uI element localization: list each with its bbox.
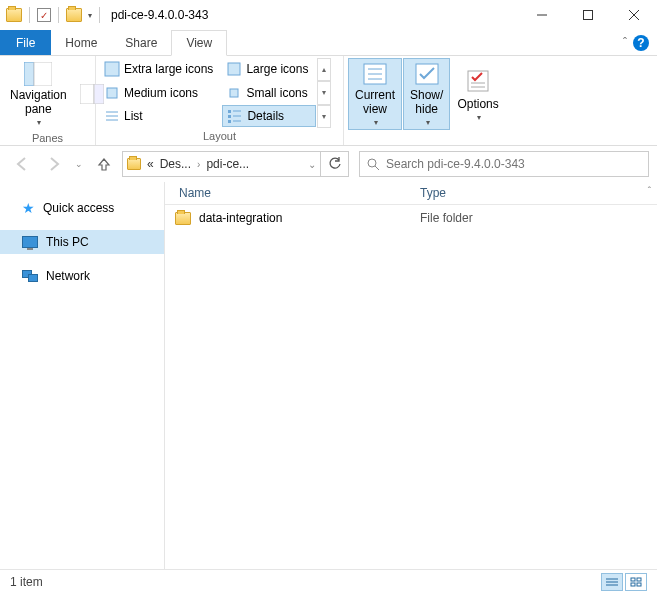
address-bar[interactable]: « Des... › pdi-ce... ⌄	[122, 151, 321, 177]
folder-icon	[175, 212, 191, 225]
search-icon	[366, 157, 380, 171]
label: Navigation pane	[10, 88, 67, 116]
window-folder-icon	[6, 8, 22, 22]
search-input[interactable]	[386, 157, 642, 171]
address-dropdown-icon[interactable]: ⌄	[308, 159, 316, 170]
column-header-name[interactable]: Name	[165, 186, 420, 200]
chevron-down-icon: ▾	[477, 113, 481, 122]
gallery-scroll-up[interactable]: ▴	[317, 58, 331, 81]
view-mode-details-button[interactable]	[601, 573, 623, 591]
svg-line-30	[375, 166, 379, 170]
chevron-up-icon[interactable]: ˆ	[648, 186, 651, 197]
file-list[interactable]: Name Type ˆ data-integration File folder	[165, 182, 657, 569]
layout-details[interactable]: Details	[222, 105, 316, 127]
layout-sm-icons[interactable]: Small icons	[222, 82, 316, 104]
qat-properties-icon[interactable]: ✓	[37, 8, 51, 22]
sidebar-item-this-pc[interactable]: This PC	[0, 230, 164, 254]
svg-rect-17	[228, 115, 231, 118]
chevron-right-icon[interactable]: ›	[197, 159, 200, 170]
back-button[interactable]	[8, 152, 36, 176]
close-button[interactable]	[611, 0, 657, 30]
layout-lg-icons[interactable]: Large icons	[222, 58, 316, 80]
column-headers[interactable]: Name Type ˆ	[165, 182, 657, 205]
list-item[interactable]: data-integration File folder	[165, 205, 657, 231]
item-type: File folder	[420, 211, 657, 225]
column-header-type[interactable]: Type	[420, 186, 657, 200]
qat-new-folder-icon[interactable]	[66, 8, 82, 22]
svg-rect-10	[107, 88, 117, 98]
navigation-tree[interactable]: ★ Quick access This PC Network	[0, 182, 165, 569]
search-box[interactable]	[359, 151, 649, 177]
svg-rect-15	[228, 110, 231, 113]
current-view-button[interactable]: Current view ▾	[348, 58, 402, 130]
help-icon[interactable]: ?	[633, 35, 649, 51]
forward-button[interactable]	[40, 152, 68, 176]
svg-rect-5	[34, 62, 52, 86]
svg-rect-11	[230, 89, 238, 97]
tab-share[interactable]: Share	[111, 30, 171, 55]
chevron-down-icon: ▾	[374, 118, 378, 127]
sidebar-item-network[interactable]: Network	[0, 264, 164, 288]
layout-xl-icons[interactable]: Extra large icons	[100, 58, 221, 80]
breadcrumb-trunc[interactable]: «	[147, 157, 154, 171]
svg-point-29	[368, 159, 376, 167]
refresh-button[interactable]	[321, 151, 349, 177]
options-button[interactable]: Options ▾	[451, 58, 504, 130]
history-dropdown[interactable]: ⌄	[72, 152, 86, 176]
svg-rect-6	[80, 84, 94, 104]
svg-rect-37	[637, 583, 641, 586]
tab-home[interactable]: Home	[51, 30, 111, 55]
ribbon: Navigation pane ▾ Panes Extra large icon…	[0, 56, 657, 146]
qat-dropdown-icon[interactable]: ▾	[88, 11, 92, 20]
tab-file[interactable]: File	[0, 30, 51, 55]
svg-rect-9	[228, 63, 240, 75]
sidebar-item-quick-access[interactable]: ★ Quick access	[0, 196, 164, 220]
chevron-down-icon: ▾	[426, 118, 430, 127]
group-label-panes: Panes	[4, 130, 91, 146]
status-bar: 1 item	[0, 569, 657, 593]
layout-gallery[interactable]: Extra large icons Large icons Medium ico…	[100, 58, 316, 128]
group-label-layout: Layout	[100, 128, 339, 144]
svg-rect-26	[468, 71, 488, 91]
svg-rect-19	[228, 120, 231, 123]
star-icon: ★	[22, 200, 35, 216]
chevron-down-icon: ▾	[37, 118, 41, 127]
ribbon-tabs: File Home Share View ˆ ?	[0, 30, 657, 56]
layout-list[interactable]: List	[100, 105, 221, 127]
svg-rect-34	[631, 578, 635, 581]
svg-rect-36	[631, 583, 635, 586]
nav-bar: ⌄ « Des... › pdi-ce... ⌄	[0, 146, 657, 182]
layout-md-icons[interactable]: Medium icons	[100, 82, 221, 104]
item-count: 1 item	[10, 575, 43, 589]
svg-rect-8	[105, 62, 119, 76]
up-button[interactable]	[90, 152, 118, 176]
folder-icon	[127, 158, 141, 170]
titlebar: ✓ ▾ pdi-ce-9.4.0.0-343	[0, 0, 657, 30]
svg-rect-35	[637, 578, 641, 581]
svg-rect-4	[24, 62, 34, 86]
tab-view[interactable]: View	[171, 30, 227, 56]
minimize-button[interactable]	[519, 0, 565, 30]
window-title: pdi-ce-9.4.0.0-343	[111, 8, 208, 22]
gallery-scroll-down[interactable]: ▾	[317, 81, 331, 104]
network-icon	[22, 270, 38, 282]
show-hide-button[interactable]: Show/ hide ▾	[403, 58, 450, 130]
breadcrumb-item[interactable]: Des...	[160, 157, 191, 171]
svg-rect-1	[584, 11, 593, 20]
item-name: data-integration	[199, 211, 420, 225]
maximize-button[interactable]	[565, 0, 611, 30]
navigation-pane-button[interactable]: Navigation pane ▾	[4, 58, 73, 130]
view-mode-thumbnails-button[interactable]	[625, 573, 647, 591]
gallery-expand[interactable]: ▾	[317, 105, 331, 128]
ribbon-collapse-icon[interactable]: ˆ	[623, 36, 627, 50]
breadcrumb-item[interactable]: pdi-ce...	[206, 157, 249, 171]
monitor-icon	[22, 236, 38, 248]
